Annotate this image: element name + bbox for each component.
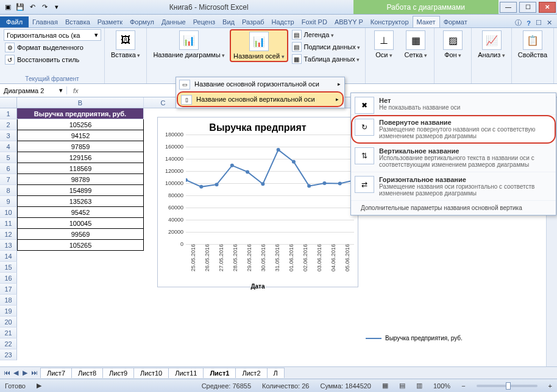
zoom-in-button[interactable]: + bbox=[548, 382, 552, 390]
doc-restore-icon[interactable]: ☐ bbox=[536, 19, 542, 27]
row-header[interactable]: 2 bbox=[0, 119, 17, 130]
name-box[interactable]: Диаграмма 2▾ bbox=[0, 86, 67, 94]
row-header[interactable]: 11 bbox=[0, 218, 17, 229]
row-header[interactable]: 1 bbox=[0, 108, 17, 119]
col-header-b[interactable]: B bbox=[17, 97, 144, 108]
sheet-nav-last[interactable]: ⏭ bbox=[30, 369, 38, 377]
qat-more-icon[interactable]: ▾ bbox=[51, 2, 62, 13]
axis-title-horizontal[interactable]: ⇄Горизонтальное названиеРазмещение назва… bbox=[351, 172, 556, 201]
redo-icon[interactable]: ↷ bbox=[39, 2, 50, 13]
cell[interactable]: 97859 bbox=[17, 141, 144, 152]
zoom-out-button[interactable]: − bbox=[461, 382, 465, 390]
row-header[interactable]: 9 bbox=[0, 196, 17, 207]
row-header[interactable]: 13 bbox=[0, 240, 17, 251]
row-header[interactable]: 8 bbox=[0, 185, 17, 196]
row-header[interactable]: 23 bbox=[0, 349, 17, 360]
row-header[interactable]: 5 bbox=[0, 152, 17, 163]
fx-icon[interactable]: fx bbox=[67, 87, 85, 94]
sheet-tab[interactable]: Лист2 bbox=[235, 368, 267, 378]
cell[interactable]: 154899 bbox=[17, 185, 144, 196]
tab-developer[interactable]: Разраб bbox=[238, 16, 268, 27]
cell[interactable]: 95452 bbox=[17, 207, 144, 218]
cell[interactable]: 94152 bbox=[17, 130, 144, 141]
axis-title-rotated[interactable]: ↻Повернутое названиеРазмещение повернуто… bbox=[351, 115, 556, 144]
row-header[interactable]: 22 bbox=[0, 338, 17, 349]
tab-format[interactable]: Формат bbox=[440, 16, 471, 27]
insert-button[interactable]: 🖼Вставка bbox=[108, 29, 143, 60]
row-header[interactable]: 4 bbox=[0, 141, 17, 152]
embedded-chart[interactable]: Выручка предприят 0200004000060000800001… bbox=[157, 117, 358, 287]
row-header[interactable]: 15 bbox=[0, 262, 17, 273]
axes-button[interactable]: ⊥Оси bbox=[369, 29, 399, 60]
cell[interactable]: 135263 bbox=[17, 196, 144, 207]
legend-button[interactable]: ▤Легенда bbox=[291, 29, 362, 40]
view-normal-icon[interactable]: ▦ bbox=[382, 382, 388, 390]
select-all-corner[interactable] bbox=[0, 97, 17, 108]
chart-element-selector[interactable]: Горизонтальная ось (ка▾ bbox=[4, 29, 101, 41]
row-header[interactable]: 10 bbox=[0, 207, 17, 218]
cell[interactable]: 118569 bbox=[17, 163, 144, 174]
cell[interactable]: 99569 bbox=[17, 229, 144, 240]
row-header[interactable]: 14 bbox=[0, 251, 17, 262]
tab-home[interactable]: Главная bbox=[29, 16, 62, 27]
analysis-button[interactable]: 📈Анализ bbox=[475, 29, 508, 60]
sheet-tab[interactable]: Л bbox=[267, 368, 285, 378]
cell[interactable]: 100045 bbox=[17, 218, 144, 229]
tab-file[interactable]: Файл bbox=[0, 16, 29, 27]
sheet-tab[interactable]: Лист8 bbox=[71, 368, 103, 378]
undo-icon[interactable]: ↶ bbox=[27, 2, 38, 13]
chart-title-button[interactable]: 📊Название диаграммы bbox=[151, 29, 227, 60]
row-header[interactable]: 17 bbox=[0, 284, 17, 295]
sheet-tab[interactable]: Лист11 bbox=[168, 368, 204, 378]
view-layout-icon[interactable]: ▤ bbox=[399, 382, 405, 390]
axis-title-more-options[interactable]: Дополнительные параметры названия основн… bbox=[351, 201, 556, 215]
row-header[interactable]: 18 bbox=[0, 295, 17, 306]
tab-review[interactable]: Реценз bbox=[190, 16, 219, 27]
sheet-nav-prev[interactable]: ◀ bbox=[12, 369, 20, 377]
sheet-tab[interactable]: Лист1 bbox=[203, 368, 236, 378]
view-pagebreak-icon[interactable]: ▥ bbox=[416, 382, 422, 390]
format-selection-button[interactable]: ⚙Формат выделенного bbox=[4, 42, 85, 53]
tab-insert[interactable]: Вставка bbox=[62, 16, 94, 27]
gridlines-button[interactable]: ▦Сетка bbox=[401, 29, 430, 60]
help-icon[interactable]: ? bbox=[527, 19, 531, 27]
tab-formulas[interactable]: Формул bbox=[126, 16, 158, 27]
row-header[interactable]: 12 bbox=[0, 229, 17, 240]
tab-layout[interactable]: Макет bbox=[413, 16, 440, 27]
sheet-nav-first[interactable]: ⏮ bbox=[2, 369, 11, 377]
h-axis-title-item[interactable]: ▭Название основной горизонтальной оси▸ bbox=[176, 77, 344, 91]
cell[interactable]: 105265 bbox=[17, 240, 144, 251]
tab-data[interactable]: Данные bbox=[158, 16, 190, 27]
minimize-button[interactable]: — bbox=[500, 2, 517, 13]
row-header[interactable]: 3 bbox=[0, 130, 17, 141]
close-button[interactable]: ✕ bbox=[539, 2, 556, 13]
axis-title-none[interactable]: ✖НетНе показывать название оси bbox=[351, 93, 556, 115]
row-header[interactable]: 19 bbox=[0, 306, 17, 317]
zoom-slider[interactable] bbox=[477, 385, 537, 387]
axis-titles-button[interactable]: 📊Названия осей bbox=[230, 29, 288, 62]
row-header[interactable]: 21 bbox=[0, 327, 17, 338]
cell[interactable]: 98789 bbox=[17, 174, 144, 185]
sheet-tab[interactable]: Лист7 bbox=[40, 368, 72, 378]
tab-foxit[interactable]: Foxit PD bbox=[298, 16, 331, 27]
row-header[interactable]: 6 bbox=[0, 163, 17, 174]
tab-design[interactable]: Конструктор bbox=[367, 16, 413, 27]
axis-title-vertical[interactable]: ⇅Вертикальное названиеИспользование верт… bbox=[351, 144, 556, 172]
tab-page-layout[interactable]: Разметк bbox=[94, 16, 126, 27]
properties-button[interactable]: 📋Свойства bbox=[516, 29, 550, 60]
sheet-nav-next[interactable]: ▶ bbox=[21, 369, 29, 377]
reset-style-button[interactable]: ↺Восстановить стиль bbox=[4, 54, 80, 65]
sheet-tab[interactable]: Лист9 bbox=[102, 368, 134, 378]
sheet-tab[interactable]: Лист10 bbox=[133, 368, 169, 378]
data-table-button[interactable]: ▦Таблица данных bbox=[291, 54, 362, 65]
tab-addins[interactable]: Надстр bbox=[268, 16, 298, 27]
cell[interactable]: Выручка предприятия, руб. bbox=[17, 108, 144, 119]
tab-abbyy[interactable]: ABBYY P bbox=[331, 16, 367, 27]
maximize-button[interactable]: ☐ bbox=[519, 2, 536, 13]
row-header[interactable]: 7 bbox=[0, 174, 17, 185]
background-button[interactable]: ▨Фон bbox=[438, 29, 467, 60]
save-icon[interactable]: 💾 bbox=[15, 2, 26, 13]
doc-close-icon[interactable]: ✕ bbox=[547, 19, 552, 27]
minimize-ribbon-icon[interactable]: ⓘ bbox=[515, 18, 522, 27]
cell[interactable]: 129156 bbox=[17, 152, 144, 163]
